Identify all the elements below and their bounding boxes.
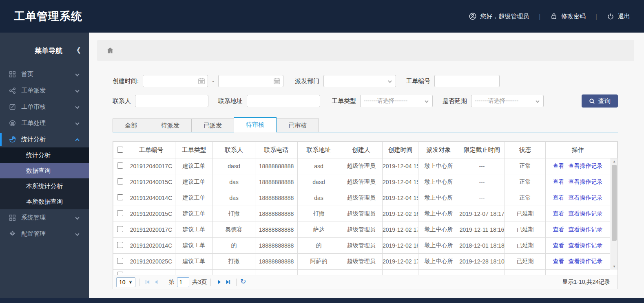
sidebar-collapse-icon[interactable]: 《 xyxy=(73,46,79,55)
row-checkbox[interactable] xyxy=(117,210,123,216)
created-time-end-input[interactable] xyxy=(218,75,283,87)
scroll-down-icon[interactable]: ▼ xyxy=(611,263,617,270)
cell-contact: dasd xyxy=(213,158,255,174)
view-link[interactable]: 查看 xyxy=(553,242,564,248)
sidebar-item-dispatch[interactable]: 工单派发 xyxy=(0,82,89,99)
table-scrollbar[interactable]: ▲ ▼ xyxy=(611,158,617,270)
cell-id: 201912020014C xyxy=(127,238,175,254)
view-log-link[interactable]: 查看操作记录 xyxy=(569,210,603,217)
order-no-input[interactable] xyxy=(434,75,500,87)
row-checkbox[interactable] xyxy=(117,162,123,169)
cell-contact: das xyxy=(213,190,255,206)
row-checkbox[interactable] xyxy=(117,226,123,232)
next-page-button[interactable] xyxy=(215,278,224,287)
change-password-button[interactable]: 修改密码 xyxy=(550,13,586,20)
cell-target: 墩上中心所 xyxy=(418,158,459,174)
sidebar-subitem-statistics-analysis[interactable]: 统计分析 xyxy=(0,147,89,163)
status-badge: 已延期 xyxy=(505,254,546,270)
chevron-down-icon: ∨ xyxy=(129,279,133,285)
cell-creator: 超级管理员 xyxy=(340,190,383,206)
table-body: 201912040017C建议工单dasd18888888888asd超级管理员… xyxy=(113,158,617,275)
row-checkbox[interactable] xyxy=(117,194,123,200)
contact-input[interactable] xyxy=(135,95,208,107)
view-log-link[interactable]: 查看操作记录 xyxy=(569,178,603,185)
header-separator: | xyxy=(593,13,600,20)
page-size-select[interactable]: 10 ∨ xyxy=(116,277,135,287)
table-row: 201912040014C建议工单das18888888888das超级管理员2… xyxy=(113,190,617,206)
address-input[interactable] xyxy=(247,95,320,107)
sidebar-item-review[interactable]: 工单审核 xyxy=(0,99,89,115)
sidebar-subitem-local-data-query[interactable]: 本所数据查询 xyxy=(0,194,89,209)
page-prefix-label: 第 xyxy=(169,279,175,286)
page-number-input[interactable] xyxy=(177,277,189,287)
sidebar-item-process[interactable]: 工单处理 xyxy=(0,115,89,131)
view-link[interactable]: 查看 xyxy=(553,258,564,264)
header-separator: | xyxy=(536,13,543,20)
view-link[interactable]: 查看 xyxy=(553,162,564,169)
view-link[interactable]: 查看 xyxy=(553,226,564,233)
column-header: 操作 xyxy=(546,142,610,158)
cell-deadline: 2018-12-01 18:18 xyxy=(459,238,505,254)
change-password-label: 修改密码 xyxy=(561,13,586,20)
prev-page-button[interactable] xyxy=(152,278,161,287)
row-checkbox[interactable] xyxy=(117,178,123,184)
tab-pending-review[interactable]: 待审核 xyxy=(234,117,277,132)
scrollbar-thumb[interactable] xyxy=(612,165,617,241)
row-checkbox[interactable] xyxy=(117,272,123,275)
last-page-button[interactable] xyxy=(224,278,232,287)
view-link[interactable]: 查看 xyxy=(553,210,564,217)
home-icon[interactable] xyxy=(106,46,114,55)
tab-all[interactable]: 全部 xyxy=(113,119,149,132)
order-type-select[interactable]: -------请选择------- xyxy=(360,95,433,107)
cell-created: 2019-12-04 15 xyxy=(383,190,418,206)
dispatch-dept-select[interactable] xyxy=(323,75,396,87)
cell-id: 201912020015C xyxy=(127,206,175,222)
column-header: 联系电话 xyxy=(255,142,298,158)
view-log-link[interactable]: 查看操作记录 xyxy=(569,226,603,233)
row-checkbox-cell xyxy=(113,158,127,174)
search-button[interactable]: 查询 xyxy=(582,94,618,108)
sidebar-item-config[interactable]: 配置管理 xyxy=(0,226,89,242)
sidebar-item-home[interactable]: 首页 xyxy=(0,66,89,82)
cell-id: 201912040014C xyxy=(127,190,175,206)
view-log-link[interactable]: 查看操作记录 xyxy=(569,258,603,264)
subitem-label: 统计分析 xyxy=(26,152,51,159)
tab-pending-dispatch[interactable]: 待派发 xyxy=(149,119,192,132)
delay-select[interactable]: -------请选择------- xyxy=(471,95,544,107)
refresh-icon[interactable]: ↻ xyxy=(240,277,246,286)
view-log-link[interactable]: 查看操作记录 xyxy=(569,194,603,201)
sidebar-item-statistics[interactable]: 统计分析 xyxy=(0,131,89,147)
first-page-button[interactable] xyxy=(143,278,152,287)
cell-contact: 的 xyxy=(213,238,255,254)
actions-cell: 查看查看操作记录 xyxy=(546,222,610,238)
cell-target: 墩上中心所 xyxy=(418,206,459,222)
cell-phone: 18888888888 xyxy=(255,254,298,270)
tab-reviewed[interactable]: 已审核 xyxy=(276,119,319,132)
logout-button[interactable]: 退出 xyxy=(607,13,630,20)
first-page-icon xyxy=(145,279,150,285)
cell-phone: 18888888888 xyxy=(255,222,298,238)
view-log-link[interactable]: 查看操作记录 xyxy=(569,242,603,248)
grid-icon xyxy=(9,214,16,221)
sidebar-subitem-local-statistics[interactable]: 本所统计分析 xyxy=(0,178,89,194)
cell-target: 墩上中心所 xyxy=(418,254,459,270)
scroll-up-icon[interactable]: ▲ xyxy=(611,158,617,165)
cell-address: 萨达 xyxy=(298,222,340,238)
row-checkbox[interactable] xyxy=(117,242,123,248)
sidebar-subitem-data-query[interactable]: 数据查询 xyxy=(0,163,89,178)
sidebar-item-system[interactable]: 系统管理 xyxy=(0,209,89,226)
cell-address: 阿萨的 xyxy=(298,254,340,270)
view-link[interactable]: 查看 xyxy=(553,194,564,201)
select-all-checkbox[interactable] xyxy=(117,147,123,153)
row-checkbox-cell xyxy=(113,238,127,254)
status-badge: 正常 xyxy=(505,158,546,174)
cell-phone: 18888888888 xyxy=(255,238,298,254)
created-time-start-input[interactable] xyxy=(143,75,208,87)
view-link[interactable]: 查看 xyxy=(553,178,564,185)
cell-type: 建议工单 xyxy=(175,158,213,174)
row-checkbox[interactable] xyxy=(117,258,123,264)
cell-contact: 打撒 xyxy=(213,206,255,222)
user-greeting[interactable]: 您好，超级管理员 xyxy=(469,13,529,20)
tab-dispatched[interactable]: 已派发 xyxy=(191,119,234,132)
view-log-link[interactable]: 查看操作记录 xyxy=(569,162,603,169)
